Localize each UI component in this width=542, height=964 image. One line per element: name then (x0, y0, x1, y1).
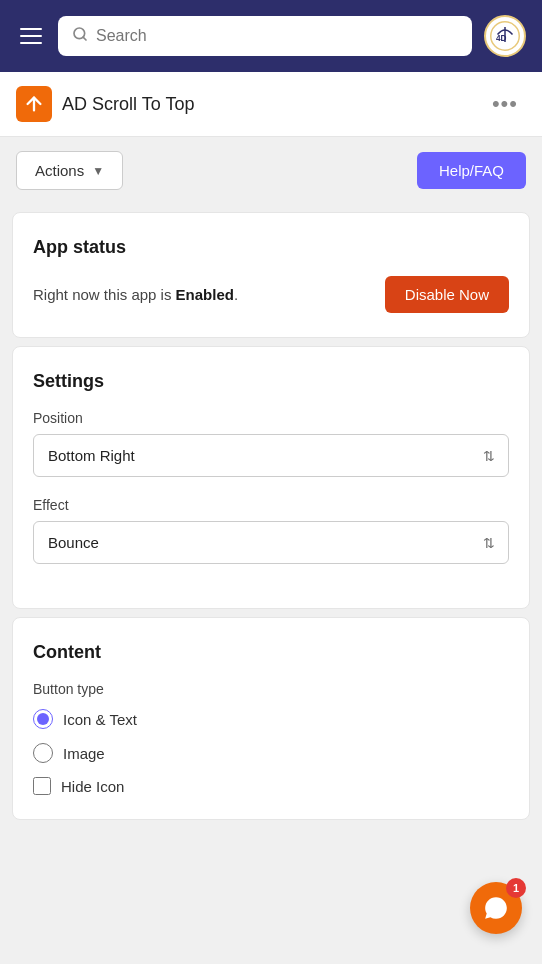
svg-text:4D: 4D (496, 34, 507, 43)
content-card: Content Button type Icon & Text Image Hi… (12, 617, 530, 820)
status-bold: Enabled (176, 286, 234, 303)
actions-label: Actions (35, 162, 84, 179)
status-suffix: . (234, 286, 238, 303)
app-icon (16, 86, 52, 122)
chat-fab-button[interactable]: 1 (470, 882, 522, 934)
more-options-button[interactable]: ••• (484, 87, 526, 121)
status-text: Right now this app is Enabled. (33, 286, 238, 303)
hide-icon-checkbox-option[interactable]: Hide Icon (33, 777, 509, 795)
search-input[interactable] (96, 27, 458, 45)
position-label: Position (33, 410, 509, 426)
app-title-left: AD Scroll To Top (16, 86, 194, 122)
disable-now-button[interactable]: Disable Now (385, 276, 509, 313)
effect-label: Effect (33, 497, 509, 513)
app-title-text: AD Scroll To Top (62, 94, 194, 115)
app-title-bar: AD Scroll To Top ••• (0, 72, 542, 137)
chat-badge: 1 (506, 878, 526, 898)
app-status-title: App status (33, 237, 509, 258)
chevron-down-icon: ▼ (92, 164, 104, 178)
hide-icon-label: Hide Icon (61, 778, 124, 795)
status-row: Right now this app is Enabled. Disable N… (33, 276, 509, 313)
effect-select[interactable]: Bounce Fade Slide None (33, 521, 509, 564)
app-status-card: App status Right now this app is Enabled… (12, 212, 530, 338)
help-faq-button[interactable]: Help/FAQ (417, 152, 526, 189)
hide-icon-checkbox[interactable] (33, 777, 51, 795)
actions-button[interactable]: Actions ▼ (16, 151, 123, 190)
header: 4D (0, 0, 542, 72)
button-type-label: Button type (33, 681, 509, 697)
toolbar: Actions ▼ Help/FAQ (0, 137, 542, 204)
radio-image-label: Image (63, 745, 105, 762)
position-select[interactable]: Bottom Right Bottom Left Top Right Top L… (33, 434, 509, 477)
avatar[interactable]: 4D (484, 15, 526, 57)
settings-card: Settings Position Bottom Right Bottom Le… (12, 346, 530, 609)
effect-select-wrap: Bounce Fade Slide None ⇅ (33, 521, 509, 564)
radio-icon-text-input[interactable] (33, 709, 53, 729)
search-icon (72, 26, 88, 46)
hamburger-button[interactable] (16, 24, 46, 48)
svg-line-1 (83, 37, 86, 40)
radio-image-input[interactable] (33, 743, 53, 763)
content-title: Content (33, 642, 509, 663)
search-bar[interactable] (58, 16, 472, 56)
radio-image[interactable]: Image (33, 743, 509, 763)
settings-title: Settings (33, 371, 509, 392)
status-prefix: Right now this app is (33, 286, 176, 303)
radio-icon-text-label: Icon & Text (63, 711, 137, 728)
position-select-wrap: Bottom Right Bottom Left Top Right Top L… (33, 434, 509, 477)
radio-icon-text[interactable]: Icon & Text (33, 709, 509, 729)
